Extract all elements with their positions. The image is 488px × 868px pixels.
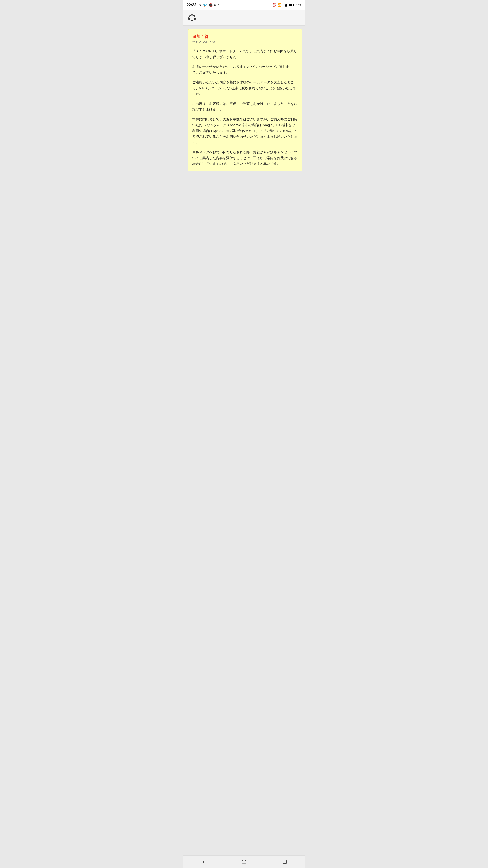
message-paragraph-1: 『BTS WORLD』サポートチームです。ご案内までにお時間を頂戴してしまい申し… bbox=[192, 48, 298, 60]
message-paragraph-3: ご連絡いただいた内容を基にお客様のゲームデータを調査したところ、VIPメンバーシ… bbox=[192, 79, 298, 97]
status-left: 22:23 ✳ 🐦 📵 ⊚ • bbox=[187, 2, 220, 7]
svg-point-3 bbox=[242, 860, 246, 864]
sun-icon: ✳ bbox=[198, 2, 201, 7]
support-icon[interactable] bbox=[187, 12, 197, 23]
status-icons-left: ✳ 🐦 📵 ⊚ • bbox=[198, 2, 219, 7]
message-body: 『BTS WORLD』サポートチームです。ご案内までにお時間を頂戴してしまい申し… bbox=[192, 48, 298, 166]
message-paragraph-4: この度は、お客様にはご不便、ご迷惑をおかけいたしましたことをお詫び申し上げます。 bbox=[192, 101, 298, 112]
message-paragraph-6: ※各ストアへお問い合わせをされる際、弊社より決済キャンセルについてご案内した内容… bbox=[192, 149, 298, 166]
battery-icon bbox=[288, 4, 294, 6]
back-button[interactable] bbox=[198, 858, 209, 866]
bottom-nav bbox=[183, 855, 305, 868]
battery-percent: 87% bbox=[295, 3, 301, 7]
home-button[interactable] bbox=[238, 858, 250, 866]
record-icon: ⊚ bbox=[214, 3, 217, 7]
dot-indicator: • bbox=[218, 3, 219, 7]
twitter-icon: 🐦 bbox=[203, 3, 207, 7]
status-time: 22:23 bbox=[187, 3, 196, 7]
svg-rect-1 bbox=[194, 18, 196, 20]
message-date: 2021-01-01 18:31 bbox=[192, 41, 298, 44]
nav-bar bbox=[183, 10, 305, 26]
svg-marker-2 bbox=[202, 860, 204, 864]
wifi-icon: 📶 bbox=[278, 3, 281, 7]
alarm-icon: ⏰ bbox=[272, 3, 276, 7]
message-paragraph-5: 本件に関しまして、大変お手数ではございますが、ご購入時にご利用いただいているスト… bbox=[192, 116, 298, 145]
notification-icon: 📵 bbox=[209, 3, 213, 7]
status-bar: 22:23 ✳ 🐦 📵 ⊚ • ⏰ 📶 bbox=[183, 0, 305, 10]
main-content: 追加回答 2021-01-01 18:31 『BTS WORLD』サポートチーム… bbox=[183, 26, 305, 855]
status-right: ⏰ 📶 87% bbox=[272, 3, 301, 7]
svg-rect-0 bbox=[188, 18, 190, 20]
message-bubble: 追加回答 2021-01-01 18:31 『BTS WORLD』サポートチーム… bbox=[188, 29, 302, 171]
message-paragraph-2: お問い合わせをいただいておりますVIPメンバーシップに関しまして、ご案内いたしま… bbox=[192, 64, 298, 75]
svg-rect-4 bbox=[283, 860, 287, 864]
signal-bars bbox=[283, 3, 287, 6]
recents-button[interactable] bbox=[279, 858, 290, 866]
message-title: 追加回答 bbox=[192, 34, 298, 39]
